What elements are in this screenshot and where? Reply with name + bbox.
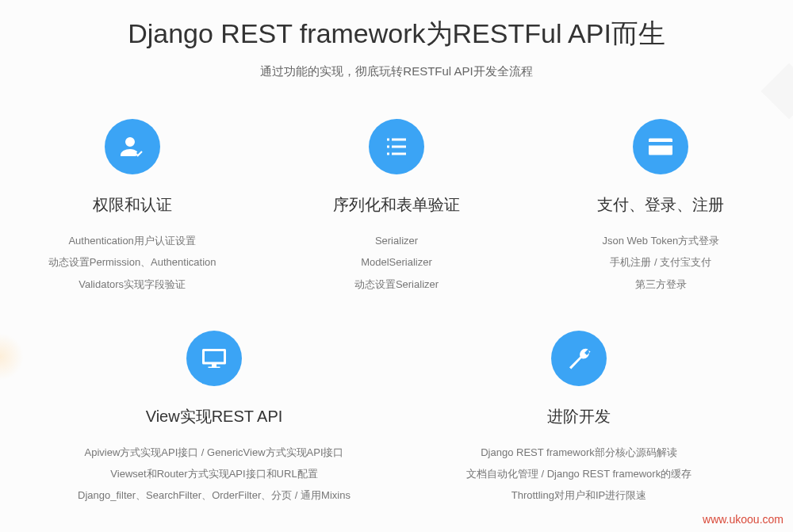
feature-item: Django_filter、SearchFilter、OrderFilter、分… — [56, 484, 373, 506]
feature-item: Serializer — [280, 230, 512, 251]
page-title: Django REST framework为RESTFul API而生 — [0, 16, 793, 52]
feature-item: 手机注册 / 支付宝支付 — [545, 251, 777, 273]
feature-advanced: 进阶开发 Django REST framework部分核心源码解读 文档自动化… — [420, 331, 737, 507]
feature-item: 第三方登录 — [545, 274, 777, 295]
page-subtitle: 通过功能的实现，彻底玩转RESTFul API开发全流程 — [0, 64, 793, 79]
list-icon — [369, 119, 424, 174]
feature-pay: 支付、登录、注册 Json Web Token方式登录 手机注册 / 支付宝支付… — [545, 119, 777, 295]
feature-item: Json Web Token方式登录 — [545, 230, 777, 251]
feature-item: Apiview方式实现API接口 / GenericView方式实现API接口 — [56, 442, 373, 463]
feature-item: Validators实现字段验证 — [16, 274, 248, 295]
feature-auth: 权限和认证 Authentication用户认证设置 动态设置Permissio… — [16, 119, 248, 295]
feature-auth-title: 权限和认证 — [16, 194, 248, 216]
feature-item: Django REST framework部分核心源码解读 — [420, 442, 737, 463]
feature-item: ModelSerializer — [280, 251, 512, 273]
wrench-icon — [551, 331, 607, 386]
feature-item: 文档自动化管理 / Django REST framework的缓存 — [420, 463, 737, 484]
feature-view-title: View实现REST API — [56, 406, 373, 427]
feature-advanced-title: 进阶开发 — [420, 406, 737, 427]
feature-serialize-title: 序列化和表单验证 — [280, 194, 512, 216]
feature-row-top: 权限和认证 Authentication用户认证设置 动态设置Permissio… — [0, 119, 793, 295]
feature-pay-title: 支付、登录、注册 — [545, 194, 777, 216]
user-check-icon — [105, 119, 160, 174]
feature-serialize: 序列化和表单验证 Serializer ModelSerializer 动态设置… — [280, 119, 512, 295]
feature-item: Viewset和Router方式实现API接口和URL配置 — [56, 463, 373, 484]
credit-card-icon — [633, 119, 688, 174]
watermark: www.ukoou.com — [703, 513, 783, 526]
feature-item: 动态设置Permission、Authentication — [16, 251, 248, 273]
feature-item: Authentication用户认证设置 — [16, 230, 248, 251]
monitor-icon — [186, 331, 242, 386]
feature-item: Throttling对用户和IP进行限速 — [420, 484, 737, 506]
feature-view: View实现REST API Apiview方式实现API接口 / Generi… — [56, 331, 373, 507]
feature-row-bottom: View实现REST API Apiview方式实现API接口 / Generi… — [0, 331, 793, 507]
feature-item: 动态设置Serializer — [280, 274, 512, 295]
